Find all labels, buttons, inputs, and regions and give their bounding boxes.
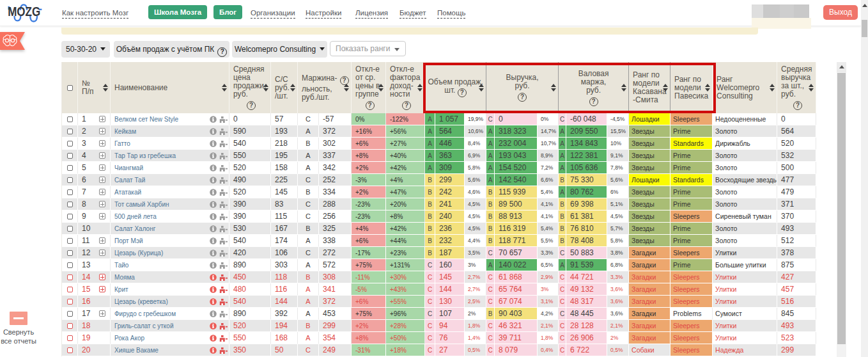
svg-text:MOZG: MOZG (8, 4, 40, 19)
